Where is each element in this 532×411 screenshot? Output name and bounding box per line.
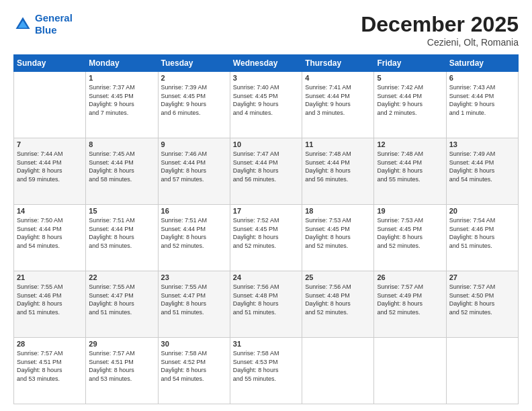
calendar-cell: 2Sunrise: 7:39 AM Sunset: 4:45 PM Daylig… (158, 72, 230, 138)
logo-line1: General (35, 12, 73, 24)
calendar-cell: 27Sunrise: 7:57 AM Sunset: 4:50 PM Dayli… (446, 271, 518, 338)
day-info: Sunrise: 7:51 AM Sunset: 4:44 PM Dayligh… (89, 216, 154, 250)
day-info: Sunrise: 7:45 AM Sunset: 4:44 PM Dayligh… (89, 150, 154, 183)
weekday-header-thursday: Thursday (302, 55, 374, 72)
weekday-header-monday: Monday (86, 55, 158, 72)
day-number: 15 (89, 207, 154, 215)
day-info: Sunrise: 7:55 AM Sunset: 4:46 PM Dayligh… (17, 283, 83, 316)
calendar-cell: 11Sunrise: 7:48 AM Sunset: 4:44 PM Dayli… (302, 138, 374, 205)
calendar-cell: 21Sunrise: 7:55 AM Sunset: 4:46 PM Dayli… (14, 271, 86, 338)
day-number: 25 (305, 273, 371, 281)
calendar-cell: 12Sunrise: 7:48 AM Sunset: 4:44 PM Dayli… (374, 138, 446, 205)
calendar-cell: 13Sunrise: 7:49 AM Sunset: 4:44 PM Dayli… (446, 138, 518, 205)
day-number: 17 (233, 207, 299, 215)
day-number: 31 (233, 340, 299, 348)
calendar-cell: 8Sunrise: 7:45 AM Sunset: 4:44 PM Daylig… (86, 138, 158, 205)
calendar-cell: 24Sunrise: 7:56 AM Sunset: 4:48 PM Dayli… (230, 271, 302, 338)
week-row-2: 14Sunrise: 7:50 AM Sunset: 4:44 PM Dayli… (14, 205, 519, 271)
week-row-4: 28Sunrise: 7:57 AM Sunset: 4:51 PM Dayli… (14, 338, 519, 404)
day-number: 12 (377, 140, 443, 148)
day-number: 7 (17, 140, 83, 148)
day-info: Sunrise: 7:48 AM Sunset: 4:44 PM Dayligh… (305, 150, 371, 183)
weekday-header-wednesday: Wednesday (230, 55, 302, 72)
calendar-cell: 1Sunrise: 7:37 AM Sunset: 4:45 PM Daylig… (86, 72, 158, 138)
day-info: Sunrise: 7:49 AM Sunset: 4:44 PM Dayligh… (449, 150, 515, 183)
day-number: 16 (161, 207, 227, 215)
calendar-cell (374, 338, 446, 404)
day-info: Sunrise: 7:55 AM Sunset: 4:47 PM Dayligh… (161, 283, 227, 316)
calendar-cell: 7Sunrise: 7:44 AM Sunset: 4:44 PM Daylig… (14, 138, 86, 205)
day-number: 4 (305, 74, 371, 82)
day-info: Sunrise: 7:37 AM Sunset: 4:45 PM Dayligh… (89, 83, 154, 117)
calendar-cell (302, 338, 374, 404)
day-info: Sunrise: 7:54 AM Sunset: 4:46 PM Dayligh… (449, 216, 515, 250)
weekday-header-tuesday: Tuesday (158, 55, 230, 72)
calendar-cell: 10Sunrise: 7:47 AM Sunset: 4:44 PM Dayli… (230, 138, 302, 205)
day-number: 3 (233, 74, 299, 82)
calendar-cell: 22Sunrise: 7:55 AM Sunset: 4:47 PM Dayli… (86, 271, 158, 338)
day-info: Sunrise: 7:56 AM Sunset: 4:48 PM Dayligh… (233, 283, 299, 316)
day-info: Sunrise: 7:58 AM Sunset: 4:52 PM Dayligh… (161, 349, 227, 383)
day-info: Sunrise: 7:40 AM Sunset: 4:45 PM Dayligh… (233, 83, 299, 117)
day-number: 10 (233, 140, 299, 148)
day-info: Sunrise: 7:41 AM Sunset: 4:44 PM Dayligh… (305, 83, 371, 117)
day-number: 24 (233, 273, 299, 281)
day-info: Sunrise: 7:56 AM Sunset: 4:48 PM Dayligh… (305, 283, 371, 316)
calendar-cell: 14Sunrise: 7:50 AM Sunset: 4:44 PM Dayli… (14, 205, 86, 271)
day-number: 2 (161, 74, 227, 82)
day-number: 29 (89, 340, 154, 348)
calendar-cell: 25Sunrise: 7:56 AM Sunset: 4:48 PM Dayli… (302, 271, 374, 338)
week-row-3: 21Sunrise: 7:55 AM Sunset: 4:46 PM Dayli… (14, 271, 519, 338)
calendar-cell: 15Sunrise: 7:51 AM Sunset: 4:44 PM Dayli… (86, 205, 158, 271)
day-info: Sunrise: 7:50 AM Sunset: 4:44 PM Dayligh… (17, 216, 83, 250)
logo-line2: Blue (35, 24, 57, 36)
location: Cezieni, Olt, Romania (361, 37, 519, 48)
header: General Blue December 2025 Cezieni, Olt,… (13, 12, 519, 48)
day-number: 11 (305, 140, 371, 148)
week-row-0: 1Sunrise: 7:37 AM Sunset: 4:45 PM Daylig… (14, 72, 519, 138)
day-info: Sunrise: 7:55 AM Sunset: 4:47 PM Dayligh… (89, 283, 154, 316)
day-number: 19 (377, 207, 443, 215)
weekday-header-saturday: Saturday (446, 55, 518, 72)
day-number: 27 (449, 273, 515, 281)
calendar-cell: 19Sunrise: 7:53 AM Sunset: 4:45 PM Dayli… (374, 205, 446, 271)
title-block: December 2025 Cezieni, Olt, Romania (361, 12, 519, 48)
day-info: Sunrise: 7:44 AM Sunset: 4:44 PM Dayligh… (17, 150, 83, 183)
calendar-cell: 6Sunrise: 7:43 AM Sunset: 4:44 PM Daylig… (446, 72, 518, 138)
calendar-cell: 31Sunrise: 7:58 AM Sunset: 4:53 PM Dayli… (230, 338, 302, 404)
calendar-cell: 26Sunrise: 7:57 AM Sunset: 4:49 PM Dayli… (374, 271, 446, 338)
calendar-cell: 29Sunrise: 7:57 AM Sunset: 4:51 PM Dayli… (86, 338, 158, 404)
day-info: Sunrise: 7:51 AM Sunset: 4:44 PM Dayligh… (161, 216, 227, 250)
calendar-cell: 17Sunrise: 7:52 AM Sunset: 4:45 PM Dayli… (230, 205, 302, 271)
calendar-table: SundayMondayTuesdayWednesdayThursdayFrid… (13, 54, 519, 404)
day-info: Sunrise: 7:53 AM Sunset: 4:45 PM Dayligh… (305, 216, 371, 250)
day-info: Sunrise: 7:39 AM Sunset: 4:45 PM Dayligh… (161, 83, 227, 117)
calendar-cell: 9Sunrise: 7:46 AM Sunset: 4:44 PM Daylig… (158, 138, 230, 205)
week-row-1: 7Sunrise: 7:44 AM Sunset: 4:44 PM Daylig… (14, 138, 519, 205)
calendar-cell (14, 72, 86, 138)
day-number: 20 (449, 207, 515, 215)
day-info: Sunrise: 7:42 AM Sunset: 4:44 PM Dayligh… (377, 83, 443, 117)
day-number: 18 (305, 207, 371, 215)
weekday-header-sunday: Sunday (14, 55, 86, 72)
calendar-cell: 3Sunrise: 7:40 AM Sunset: 4:45 PM Daylig… (230, 72, 302, 138)
day-info: Sunrise: 7:57 AM Sunset: 4:51 PM Dayligh… (89, 349, 154, 383)
day-number: 28 (17, 340, 83, 348)
day-info: Sunrise: 7:57 AM Sunset: 4:50 PM Dayligh… (449, 283, 515, 316)
day-info: Sunrise: 7:57 AM Sunset: 4:51 PM Dayligh… (17, 349, 83, 383)
day-number: 6 (449, 74, 515, 82)
page: General Blue December 2025 Cezieni, Olt,… (0, 0, 532, 411)
day-number: 8 (89, 140, 154, 148)
day-info: Sunrise: 7:53 AM Sunset: 4:45 PM Dayligh… (377, 216, 443, 250)
day-number: 14 (17, 207, 83, 215)
calendar-cell: 28Sunrise: 7:57 AM Sunset: 4:51 PM Dayli… (14, 338, 86, 404)
day-number: 22 (89, 273, 154, 281)
month-title: December 2025 (361, 12, 519, 37)
day-info: Sunrise: 7:47 AM Sunset: 4:44 PM Dayligh… (233, 150, 299, 183)
day-number: 5 (377, 74, 443, 82)
day-number: 21 (17, 273, 83, 281)
calendar-cell (446, 338, 518, 404)
day-info: Sunrise: 7:57 AM Sunset: 4:49 PM Dayligh… (377, 283, 443, 316)
day-number: 30 (161, 340, 227, 348)
day-number: 9 (161, 140, 227, 148)
